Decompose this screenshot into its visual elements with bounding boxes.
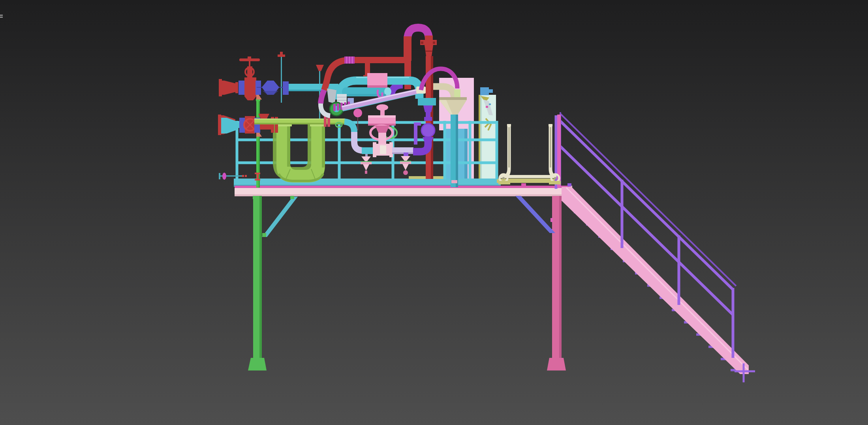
- viewport-3d[interactable]: [0, 0, 868, 425]
- gate-valve-body: [244, 77, 256, 96]
- purple-handle: [414, 125, 417, 145]
- valve-handwheel: [239, 58, 260, 61]
- leg-pink-foot: [547, 358, 566, 370]
- leg-green-foot: [248, 358, 267, 370]
- line-valve-flange-l: [373, 142, 376, 157]
- safety-panel-pale[interactable]: [479, 87, 496, 184]
- purple-ball: [421, 124, 435, 137]
